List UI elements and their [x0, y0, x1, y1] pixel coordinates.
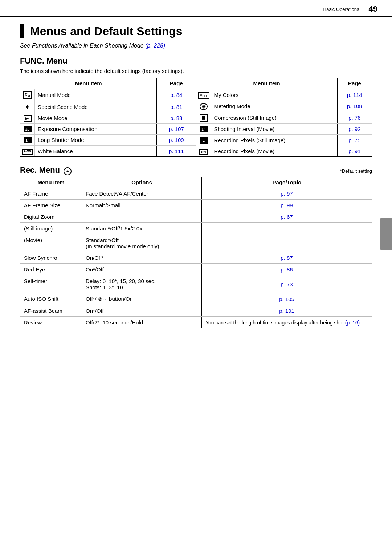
table-row: 1" Shooting Interval (Movie) p. 92 — [196, 124, 372, 135]
func-icon: ▶▪ — [20, 113, 35, 124]
func-icon: 1" — [20, 135, 35, 146]
rec-menu-header: Rec. Menu ● *Default setting — [20, 165, 372, 175]
table-row: ⊕OFF My Colors p. 114 — [196, 89, 372, 101]
section-label: Basic Operations — [323, 7, 359, 12]
func-icon-shutter: 1" — [24, 137, 32, 143]
rec-item-options: On*/Off — [82, 305, 202, 317]
func-item-name: Exposure Compensation — [35, 124, 157, 135]
rec-item-page — [202, 223, 372, 234]
func-item-name: Metering Mode — [211, 101, 337, 112]
table-row: ▶▪ Movie Mode p. 88 — [20, 113, 196, 124]
func-icon: 640 — [196, 146, 211, 156]
table-row: Red-Eye On*/Off p. 86 — [20, 264, 372, 275]
func-icon-scene: ♦ — [26, 103, 29, 110]
func-item-page: p. 107 — [157, 124, 196, 135]
rec-item-name: AF Frame — [20, 188, 82, 200]
rec-item-page: p. 191 — [202, 305, 372, 317]
rec-item-options: Standard*/Off/1.5x/2.0x — [82, 223, 202, 234]
subtitle-link[interactable]: (p. 228) — [145, 42, 165, 49]
func-item-page: p. 81 — [157, 101, 196, 113]
func-icon: AWB — [20, 146, 35, 156]
rec-item-name: AF-assist Beam — [20, 305, 82, 317]
table-row: L Recording Pixels (Still Image) p. 75 — [196, 135, 372, 146]
rec-item-page — [202, 234, 372, 252]
func-left-table: Menu Item Page CM Manual Mode p. 84 — [20, 78, 196, 156]
rec-item-name: Self-timer — [20, 275, 82, 293]
func-icon: 1" — [196, 124, 211, 135]
table-row: ◼ Compression (Still Image) p. 76 — [196, 112, 372, 124]
rec-item-name: Slow Synchro — [20, 252, 82, 264]
func-item-page: p. 76 — [337, 112, 372, 124]
func-left-header-item: Menu Item — [20, 78, 157, 89]
func-right-table: Menu Item Page ⊕OFF My Colors p. 114 — [196, 78, 372, 156]
func-icon: CM — [20, 89, 35, 101]
table-row: AF-assist Beam On*/Off p. 191 — [20, 305, 372, 317]
table-row: Self-timer Delay: 0–10*, 15, 20, 30 sec.… — [20, 275, 372, 293]
func-item-name: Movie Mode — [35, 113, 157, 124]
table-row: 640 Recording Pixels (Movie) p. 91 — [196, 146, 372, 156]
rec-item-name: (Movie) — [20, 234, 82, 252]
rec-item-options: Face Detect*/AiAF/Center — [82, 188, 202, 200]
default-setting-note: *Default setting — [340, 168, 372, 174]
func-icon-wb: AWB — [22, 149, 33, 155]
rec-item-name: Digital Zoom — [20, 211, 82, 223]
func-icon-interval: 1" — [200, 126, 208, 132]
review-page-link[interactable]: (p. 16) — [345, 320, 360, 326]
chapter-subtitle: See Functions Available in Each Shooting… — [20, 42, 372, 49]
func-icon-mycolors: ⊕OFF — [198, 92, 209, 98]
func-menu-left: Menu Item Page CM Manual Mode p. 84 — [20, 78, 196, 156]
rec-header-page: Page/Topic — [202, 177, 372, 188]
table-row: (Still image) Standard*/Off/1.5x/2.0x — [20, 223, 372, 234]
rec-menu-icon: ● — [64, 167, 72, 175]
rec-item-name: AF Frame Size — [20, 200, 82, 211]
func-item-page: p. 75 — [337, 135, 372, 146]
func-icon-compress: ◼ — [200, 114, 208, 122]
rec-header-item: Menu Item — [20, 177, 82, 188]
func-left-header-page: Page — [157, 78, 196, 89]
func-icon: ◉ — [196, 101, 211, 112]
page-header: Basic Operations 49 — [0, 0, 392, 17]
rec-item-name: Review — [20, 317, 82, 328]
table-row: (Movie) Standard*/Off(In standard movie … — [20, 234, 372, 252]
func-item-page: p. 84 — [157, 89, 196, 101]
table-row: ±0 Exposure Compensation p. 107 — [20, 124, 196, 135]
rec-item-page: p. 73 — [202, 275, 372, 293]
func-item-name: Manual Mode — [35, 89, 157, 101]
func-item-name: Recording Pixels (Still Image) — [211, 135, 337, 146]
rec-item-options: Normal*/Small — [82, 200, 202, 211]
func-item-name: Compression (Still Image) — [211, 112, 337, 124]
func-item-name: White Balance — [35, 146, 157, 156]
rec-item-options: On*/Off — [82, 264, 202, 275]
table-row: Auto ISO Shift Off*/ ⊚∼ button/On p. 105 — [20, 293, 372, 305]
rec-item-page: p. 99 — [202, 200, 372, 211]
rec-item-page: p. 67 — [202, 211, 372, 223]
func-item-name: Recording Pixels (Movie) — [211, 146, 337, 156]
func-icon: ±0 — [20, 124, 35, 135]
table-row: CM Manual Mode p. 84 — [20, 89, 196, 101]
chapter-title: Menus and Default Settings — [20, 24, 372, 38]
rec-menu-title-group: Rec. Menu ● — [20, 165, 72, 175]
func-menu-desc: The icons shown here indicate the defaul… — [20, 68, 372, 74]
func-icon-recpix-still: L — [200, 137, 208, 143]
rec-item-options: Off*/ ⊚∼ button/On — [82, 293, 202, 305]
rec-item-options: Off/2*–10 seconds/Hold — [82, 317, 202, 328]
rec-item-page: p. 97 — [202, 188, 372, 200]
rec-item-options — [82, 211, 202, 223]
func-item-page: p. 108 — [337, 101, 372, 112]
func-item-name: Special Scene Mode — [35, 101, 157, 113]
func-icon: ⊕OFF — [196, 89, 211, 101]
func-item-name: Long Shutter Mode — [35, 135, 157, 146]
rec-menu-title: Rec. Menu — [20, 165, 60, 175]
header-divider — [364, 4, 364, 15]
func-icon: L — [196, 135, 211, 146]
func-icon-movie: ▶▪ — [24, 115, 32, 122]
func-item-page: p. 109 — [157, 135, 196, 146]
func-menu-right: Menu Item Page ⊕OFF My Colors p. 114 — [196, 78, 372, 156]
table-row: ♦ Special Scene Mode p. 81 — [20, 101, 196, 113]
func-item-name: Shooting Interval (Movie) — [211, 124, 337, 135]
rec-menu-table: Menu Item Options Page/Topic AF Frame Fa… — [20, 177, 372, 328]
func-item-page: p. 114 — [337, 89, 372, 101]
table-row: ◉ Metering Mode p. 108 — [196, 101, 372, 112]
func-icon-exp: ±0 — [24, 126, 32, 132]
subtitle-text: See Functions Available in Each Shooting… — [20, 42, 144, 49]
